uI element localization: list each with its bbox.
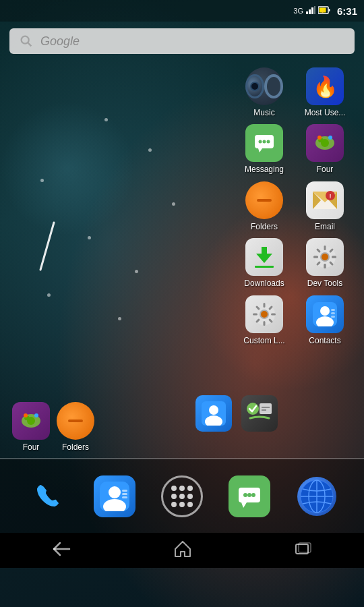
svg-rect-33	[332, 256, 336, 258]
app-icon-folders[interactable]: Folders	[237, 181, 291, 231]
android-check-icon[interactable]	[241, 395, 278, 432]
contacts-dock-img	[94, 475, 135, 517]
svg-point-13	[263, 140, 266, 144]
folders-label: Folders	[251, 222, 278, 231]
svg-point-83	[251, 493, 255, 497]
extra-bottom-icons	[195, 395, 278, 432]
folders-bottom-label: Folders	[62, 442, 89, 452]
app-icon-messaging[interactable]: Messaging	[237, 124, 291, 174]
contacts-small-icon[interactable]	[195, 395, 232, 432]
signal-bars	[306, 6, 315, 16]
svg-point-18	[317, 136, 322, 140]
recent-apps-button[interactable]	[281, 536, 326, 565]
svg-rect-1	[309, 9, 311, 14]
app-icon-email[interactable]: ! Email	[298, 181, 352, 231]
app-icon-four[interactable]: Four	[298, 124, 352, 174]
back-button[interactable]	[38, 536, 84, 565]
network-indicator: 3G	[293, 7, 303, 15]
downloads-label: Downloads	[244, 279, 284, 288]
mostused-label: Most Use...	[305, 108, 346, 117]
svg-point-52	[320, 306, 330, 316]
dot-decoration	[118, 317, 121, 320]
svg-rect-2	[311, 7, 313, 14]
svg-rect-69	[260, 403, 272, 414]
svg-rect-42	[264, 303, 266, 308]
customlauncher-icon-img	[245, 295, 283, 333]
svg-rect-77	[122, 496, 127, 498]
four-icon-img	[306, 124, 344, 162]
svg-rect-37	[313, 256, 318, 258]
svg-line-9	[28, 42, 31, 46]
svg-rect-76	[122, 493, 127, 495]
search-placeholder: Google	[40, 34, 80, 49]
search-bar[interactable]: Google	[9, 28, 355, 54]
app-icon-contacts[interactable]: Contacts	[298, 295, 352, 345]
status-bar: 3G ⚡ 6:31	[0, 0, 364, 22]
svg-point-19	[328, 136, 332, 140]
clock-time: 6:31	[337, 5, 357, 17]
browser-icon-img	[296, 475, 338, 517]
app-icon-folders-bottom[interactable]: Folders	[57, 402, 94, 452]
app-icon-downloads[interactable]: Downloads	[237, 238, 291, 288]
svg-point-50	[261, 311, 268, 318]
dot-decoration	[172, 202, 175, 206]
app-icon-customlauncher[interactable]: Custom L...	[237, 295, 291, 345]
app-icon-music[interactable]: Music	[237, 67, 291, 117]
customlauncher-label: Custom L...	[243, 336, 284, 345]
dock-appdrawer[interactable]	[161, 475, 203, 517]
contacts-small-img	[195, 395, 232, 432]
contacts-icon-img	[306, 295, 344, 333]
svg-marker-90	[175, 542, 190, 556]
folders-bottom-icon	[57, 402, 94, 440]
svg-point-14	[267, 140, 270, 144]
svg-rect-3	[314, 6, 315, 14]
email-icon-img: !	[306, 181, 344, 219]
svg-rect-46	[264, 321, 266, 326]
messaging-icon-img	[245, 124, 283, 162]
four-bottom-icon	[12, 402, 50, 440]
search-icon	[19, 34, 34, 49]
svg-point-39	[322, 254, 328, 260]
folders-icon-img	[245, 181, 283, 219]
svg-point-73	[109, 486, 121, 498]
svg-marker-11	[258, 148, 262, 152]
dock-phone[interactable]	[26, 475, 68, 517]
status-icons: 3G ⚡ 6:31	[293, 5, 357, 17]
svg-rect-56	[331, 316, 335, 318]
dock	[0, 459, 364, 533]
app-icon-devtools[interactable]: Dev Tools	[298, 238, 352, 288]
svg-rect-55	[331, 312, 335, 314]
dot-decoration	[104, 118, 108, 121]
music-icon-img	[245, 67, 283, 105]
messaging-label: Messaging	[245, 165, 284, 174]
android-check-img	[241, 395, 278, 432]
svg-rect-0	[306, 11, 308, 14]
dock-browser[interactable]	[296, 475, 338, 517]
svg-point-82	[247, 493, 251, 497]
appdrawer-icon-img	[161, 475, 203, 517]
globe-shape	[297, 477, 336, 516]
svg-rect-54	[331, 309, 335, 311]
mostused-icon-img: 🔥	[306, 67, 344, 105]
battery-icon: ⚡	[318, 6, 330, 16]
app-icon-mostused[interactable]: 🔥 Most Use...	[298, 67, 352, 117]
svg-point-64	[209, 405, 218, 415]
dot-decoration	[40, 179, 44, 182]
nav-bar	[0, 533, 364, 568]
home-button[interactable]	[160, 535, 205, 567]
svg-point-12	[259, 140, 262, 144]
svg-text:⚡: ⚡	[320, 9, 326, 14]
devtools-label: Dev Tools	[307, 279, 342, 288]
app-icon-four-bottom[interactable]: Four	[12, 402, 50, 452]
dock-messaging[interactable]	[229, 475, 270, 517]
svg-rect-48	[253, 313, 257, 315]
svg-point-81	[243, 493, 247, 497]
music-label: Music	[253, 108, 274, 117]
main-area: Music 🔥 Most Use... Messaging	[0, 61, 364, 459]
svg-text:!: !	[330, 193, 332, 200]
dock-contacts[interactable]	[94, 475, 135, 517]
dot-decoration	[47, 293, 51, 297]
svg-point-61	[24, 413, 28, 417]
svg-rect-44	[271, 313, 276, 315]
svg-point-8	[22, 36, 29, 44]
